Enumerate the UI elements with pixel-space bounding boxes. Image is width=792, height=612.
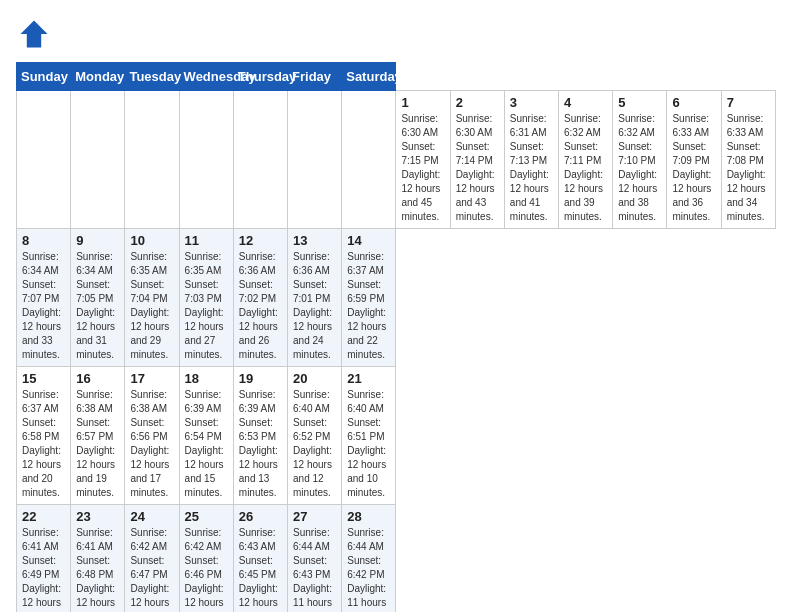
calendar-cell [125,91,179,229]
calendar-cell: 27Sunrise: 6:44 AMSunset: 6:43 PMDayligh… [288,505,342,613]
column-header-tuesday: Tuesday [125,63,179,91]
day-number: 27 [293,509,336,524]
calendar-cell [288,91,342,229]
cell-details: Sunrise: 6:35 AMSunset: 7:04 PMDaylight:… [130,250,173,362]
cell-details: Sunrise: 6:30 AMSunset: 7:15 PMDaylight:… [401,112,444,224]
cell-details: Sunrise: 6:40 AMSunset: 6:52 PMDaylight:… [293,388,336,500]
day-number: 19 [239,371,282,386]
calendar-cell: 9Sunrise: 6:34 AMSunset: 7:05 PMDaylight… [71,229,125,367]
cell-details: Sunrise: 6:39 AMSunset: 6:54 PMDaylight:… [185,388,228,500]
calendar-cell: 13Sunrise: 6:36 AMSunset: 7:01 PMDayligh… [288,229,342,367]
calendar-cell: 18Sunrise: 6:39 AMSunset: 6:54 PMDayligh… [179,367,233,505]
calendar-cell: 26Sunrise: 6:43 AMSunset: 6:45 PMDayligh… [233,505,287,613]
calendar-cell: 16Sunrise: 6:38 AMSunset: 6:57 PMDayligh… [71,367,125,505]
calendar-cell: 4Sunrise: 6:32 AMSunset: 7:11 PMDaylight… [559,91,613,229]
cell-details: Sunrise: 6:31 AMSunset: 7:13 PMDaylight:… [510,112,553,224]
calendar-week-1: 1Sunrise: 6:30 AMSunset: 7:15 PMDaylight… [17,91,776,229]
day-number: 2 [456,95,499,110]
column-header-sunday: Sunday [17,63,71,91]
day-number: 8 [22,233,65,248]
calendar-cell [342,91,396,229]
cell-details: Sunrise: 6:41 AMSunset: 6:48 PMDaylight:… [76,526,119,612]
day-number: 16 [76,371,119,386]
cell-details: Sunrise: 6:36 AMSunset: 7:02 PMDaylight:… [239,250,282,362]
logo-icon [16,16,52,52]
page-header [16,16,776,52]
cell-details: Sunrise: 6:41 AMSunset: 6:49 PMDaylight:… [22,526,65,612]
day-number: 13 [293,233,336,248]
cell-details: Sunrise: 6:37 AMSunset: 6:59 PMDaylight:… [347,250,390,362]
column-header-wednesday: Wednesday [179,63,233,91]
calendar-cell: 14Sunrise: 6:37 AMSunset: 6:59 PMDayligh… [342,229,396,367]
cell-details: Sunrise: 6:38 AMSunset: 6:56 PMDaylight:… [130,388,173,500]
calendar-cell: 2Sunrise: 6:30 AMSunset: 7:14 PMDaylight… [450,91,504,229]
calendar-cell: 25Sunrise: 6:42 AMSunset: 6:46 PMDayligh… [179,505,233,613]
calendar-cell: 6Sunrise: 6:33 AMSunset: 7:09 PMDaylight… [667,91,721,229]
calendar-cell: 8Sunrise: 6:34 AMSunset: 7:07 PMDaylight… [17,229,71,367]
calendar-cell: 12Sunrise: 6:36 AMSunset: 7:02 PMDayligh… [233,229,287,367]
calendar-week-3: 15Sunrise: 6:37 AMSunset: 6:58 PMDayligh… [17,367,776,505]
calendar-cell: 19Sunrise: 6:39 AMSunset: 6:53 PMDayligh… [233,367,287,505]
day-number: 28 [347,509,390,524]
day-number: 1 [401,95,444,110]
calendar-cell: 23Sunrise: 6:41 AMSunset: 6:48 PMDayligh… [71,505,125,613]
calendar-cell: 24Sunrise: 6:42 AMSunset: 6:47 PMDayligh… [125,505,179,613]
day-number: 5 [618,95,661,110]
day-number: 24 [130,509,173,524]
day-number: 26 [239,509,282,524]
day-number: 22 [22,509,65,524]
cell-details: Sunrise: 6:44 AMSunset: 6:43 PMDaylight:… [293,526,336,612]
day-number: 14 [347,233,390,248]
cell-details: Sunrise: 6:42 AMSunset: 6:47 PMDaylight:… [130,526,173,612]
day-number: 17 [130,371,173,386]
column-header-monday: Monday [71,63,125,91]
column-header-thursday: Thursday [233,63,287,91]
calendar-week-2: 8Sunrise: 6:34 AMSunset: 7:07 PMDaylight… [17,229,776,367]
cell-details: Sunrise: 6:33 AMSunset: 7:08 PMDaylight:… [727,112,770,224]
calendar-cell: 3Sunrise: 6:31 AMSunset: 7:13 PMDaylight… [504,91,558,229]
column-header-friday: Friday [288,63,342,91]
day-number: 11 [185,233,228,248]
cell-details: Sunrise: 6:33 AMSunset: 7:09 PMDaylight:… [672,112,715,224]
cell-details: Sunrise: 6:32 AMSunset: 7:10 PMDaylight:… [618,112,661,224]
day-number: 10 [130,233,173,248]
calendar-table: SundayMondayTuesdayWednesdayThursdayFrid… [16,62,776,612]
day-number: 21 [347,371,390,386]
calendar-week-4: 22Sunrise: 6:41 AMSunset: 6:49 PMDayligh… [17,505,776,613]
column-header-saturday: Saturday [342,63,396,91]
cell-details: Sunrise: 6:38 AMSunset: 6:57 PMDaylight:… [76,388,119,500]
calendar-cell [17,91,71,229]
svg-marker-0 [21,21,48,48]
day-number: 25 [185,509,228,524]
calendar-cell [71,91,125,229]
calendar-cell: 28Sunrise: 6:44 AMSunset: 6:42 PMDayligh… [342,505,396,613]
calendar-cell: 17Sunrise: 6:38 AMSunset: 6:56 PMDayligh… [125,367,179,505]
day-number: 3 [510,95,553,110]
calendar-cell: 15Sunrise: 6:37 AMSunset: 6:58 PMDayligh… [17,367,71,505]
cell-details: Sunrise: 6:34 AMSunset: 7:07 PMDaylight:… [22,250,65,362]
cell-details: Sunrise: 6:43 AMSunset: 6:45 PMDaylight:… [239,526,282,612]
day-number: 9 [76,233,119,248]
cell-details: Sunrise: 6:42 AMSunset: 6:46 PMDaylight:… [185,526,228,612]
calendar-cell [233,91,287,229]
day-number: 7 [727,95,770,110]
cell-details: Sunrise: 6:39 AMSunset: 6:53 PMDaylight:… [239,388,282,500]
day-number: 20 [293,371,336,386]
day-number: 15 [22,371,65,386]
calendar-cell: 21Sunrise: 6:40 AMSunset: 6:51 PMDayligh… [342,367,396,505]
calendar-cell [179,91,233,229]
cell-details: Sunrise: 6:34 AMSunset: 7:05 PMDaylight:… [76,250,119,362]
calendar-cell: 7Sunrise: 6:33 AMSunset: 7:08 PMDaylight… [721,91,775,229]
calendar-cell: 22Sunrise: 6:41 AMSunset: 6:49 PMDayligh… [17,505,71,613]
cell-details: Sunrise: 6:35 AMSunset: 7:03 PMDaylight:… [185,250,228,362]
cell-details: Sunrise: 6:40 AMSunset: 6:51 PMDaylight:… [347,388,390,500]
cell-details: Sunrise: 6:37 AMSunset: 6:58 PMDaylight:… [22,388,65,500]
cell-details: Sunrise: 6:30 AMSunset: 7:14 PMDaylight:… [456,112,499,224]
day-number: 23 [76,509,119,524]
cell-details: Sunrise: 6:36 AMSunset: 7:01 PMDaylight:… [293,250,336,362]
day-number: 12 [239,233,282,248]
cell-details: Sunrise: 6:32 AMSunset: 7:11 PMDaylight:… [564,112,607,224]
calendar-cell: 5Sunrise: 6:32 AMSunset: 7:10 PMDaylight… [613,91,667,229]
calendar-cell: 11Sunrise: 6:35 AMSunset: 7:03 PMDayligh… [179,229,233,367]
calendar-cell: 1Sunrise: 6:30 AMSunset: 7:15 PMDaylight… [396,91,450,229]
